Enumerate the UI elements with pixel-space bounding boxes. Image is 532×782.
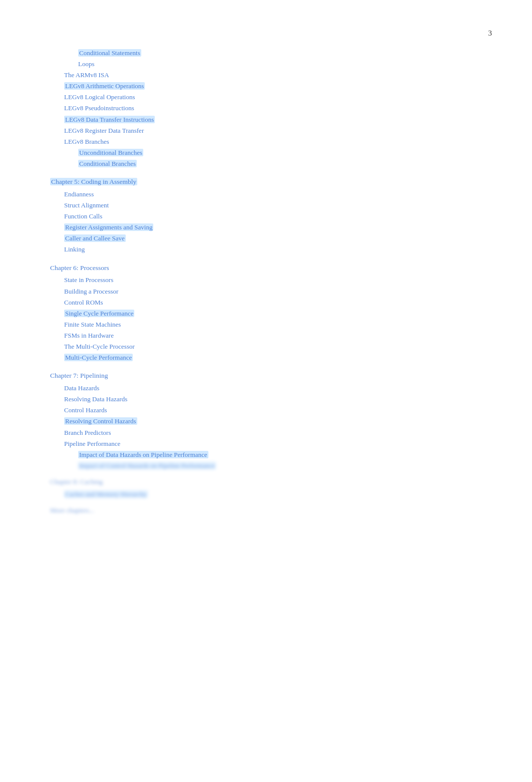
list-item[interactable]: Register Assignments and Saving [64,222,351,233]
list-item[interactable]: Linking [64,244,351,255]
list-item[interactable]: Pipeline Performance [64,438,351,449]
list-item[interactable]: Chapter 5: Coding in Assembly [50,176,351,188]
list-item[interactable]: Impact of Control Hazards on Pipeline Pe… [78,460,351,471]
list-item[interactable]: Multi-Cycle Performance [64,352,351,363]
list-item[interactable]: Building a Processor [64,286,351,297]
list-item[interactable]: More chapters... [50,505,351,516]
list-item[interactable]: LEGv8 Data Transfer Instructions [64,114,351,125]
list-item[interactable]: Unconditional Branches [78,147,351,158]
list-item[interactable]: LEGv8 Pseudoinstructions [64,103,351,114]
list-item[interactable]: State in Processors [64,275,351,286]
list-item[interactable]: Caches and Memory Hierarchy [64,489,351,500]
list-item[interactable]: FSMs in Hardware [64,330,351,341]
list-item[interactable]: Conditional Branches [78,158,351,169]
list-item[interactable]: Chapter 6: Processors [50,263,351,274]
list-item[interactable]: Single Cycle Performance [64,308,351,319]
list-item[interactable]: Control Hazards [64,405,351,416]
toc-container: Conditional Statements Loops The ARMv8 I… [50,48,351,517]
list-item[interactable]: Impact of Data Hazards on Pipeline Perfo… [78,449,351,460]
list-item[interactable]: LEGv8 Branches [64,136,351,147]
list-item[interactable]: Struct Alignment [64,200,351,211]
list-item[interactable]: Control ROMs [64,297,351,308]
list-item[interactable]: Conditional Statements [78,48,351,59]
list-item[interactable]: The Multi-Cycle Processor [64,341,351,352]
list-item[interactable]: Chapter 7: Pipelining [50,370,351,382]
page-number: 3 [488,29,492,38]
list-item[interactable]: Loops [78,59,351,70]
list-item[interactable]: Resolving Data Hazards [64,394,351,405]
list-item[interactable]: Chapter 8: Caching [50,476,351,488]
list-item[interactable]: Data Hazards [64,383,351,394]
list-item[interactable]: Branch Predictors [64,427,351,438]
list-item[interactable]: The ARMv8 ISA [64,70,351,81]
list-item[interactable]: Caller and Callee Save [64,233,351,244]
list-item[interactable]: Endianness [64,189,351,200]
list-item[interactable]: LEGv8 Logical Operations [64,92,351,103]
list-item[interactable]: Function Calls [64,211,351,222]
list-item[interactable]: LEGv8 Arithmetic Operations [64,81,351,92]
list-item[interactable]: Resolving Control Hazards [64,416,351,427]
list-item[interactable]: Finite State Machines [64,319,351,330]
list-item[interactable]: LEGv8 Register Data Transfer [64,125,351,136]
